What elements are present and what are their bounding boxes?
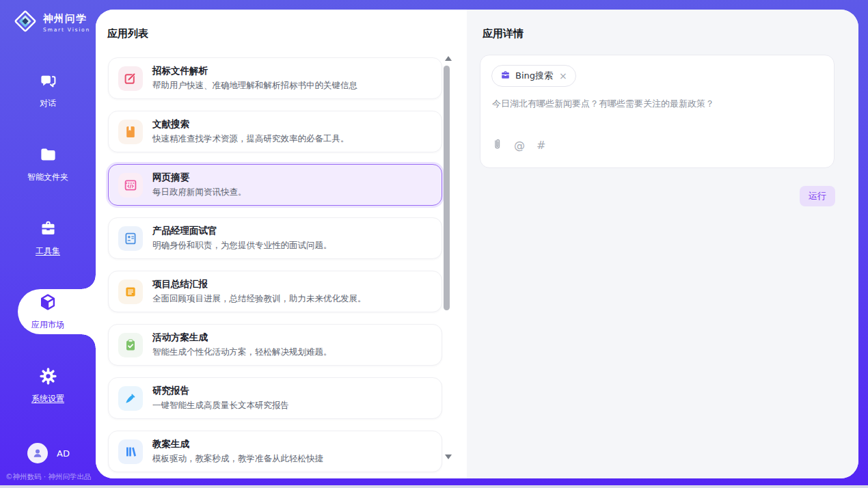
app-card-description: 快速精准查找学术资源，提高研究效率的必备工具。 (152, 133, 349, 145)
book-icon (118, 120, 143, 144)
app-card-title: 招标文件解析 (152, 65, 357, 77)
query-text-input[interactable]: 今日湖北有哪些新闻要点？有哪些需要关注的最新政策？ (492, 98, 820, 110)
diamond-logo-icon (12, 8, 38, 37)
toolbox-icon (39, 219, 57, 241)
sidebar-item-toolset[interactable]: 工具集 (0, 215, 96, 260)
sidebar-item-label: 系统设置 (31, 393, 64, 405)
app-card-pm-interviewer[interactable]: 产品经理面试官 明确身份和职责，为您提供专业性的面试问题。 (108, 217, 442, 259)
copyright-text: ©神州数码 · 神州问学出品 (5, 472, 92, 482)
app-card-description: 每日政府新闻资讯快查。 (152, 187, 247, 198)
folder-icon (39, 146, 57, 167)
app-window: 神州问学 Smart Vision 对话 (0, 0, 868, 488)
app-card-description: 全面回顾项目进展，总结经验教训，助力未来优化发展。 (152, 293, 366, 305)
brand-logo: 神州问学 Smart Vision (12, 8, 90, 37)
app-card-title: 教案生成 (152, 438, 323, 450)
app-card-description: 一键智能生成高质量长文本研究报告 (152, 400, 289, 411)
app-card-web-summary[interactable]: 网页摘要 每日政府新闻资讯快查。 (108, 164, 442, 206)
sidebar-item-chat[interactable]: 对话 (0, 68, 96, 113)
attachment-icon[interactable] (492, 138, 502, 152)
mention-icon[interactable]: @ (514, 140, 525, 151)
sidebar-nav: 对话 智能文件夹 工具集 (0, 68, 96, 437)
sidebar-item-app-market[interactable]: 应用市场 (18, 289, 96, 334)
cube-icon (38, 293, 57, 314)
prompt-card: Bing搜索 × 今日湖北有哪些新闻要点？有哪些需要关注的最新政策？ @ # (480, 55, 835, 168)
app-card-project-summary[interactable]: 项目总结汇报 全面回顾项目进展，总结经验教训，助力未来优化发展。 (108, 271, 442, 312)
briefcase-icon (500, 70, 511, 83)
brand-subtitle: Smart Vision (43, 27, 90, 33)
app-list: 招标文件解析 帮助用户快速、准确地理解和解析招标书中的关键信息 文献搜索 快速精… (108, 57, 442, 478)
tool-chip-label: Bing搜索 (515, 70, 553, 82)
app-card-description: 模板驱动，教案秒成，教学准备从此轻松快捷 (152, 453, 323, 465)
sidebar-item-label: 智能文件夹 (27, 172, 68, 183)
content-card: 应用列表 招标文件解析 帮助用户快速、准确地理解和解析招标书中的关键信息 (96, 10, 858, 478)
window-bottom-edge (0, 485, 868, 488)
gear-icon (39, 367, 57, 388)
chat-icon (39, 72, 57, 93)
avatar-person-icon (31, 447, 44, 459)
sidebar-item-smart-folder[interactable]: 智能文件夹 (0, 141, 96, 187)
app-card-lesson-plan[interactable]: 教案生成 模板驱动，教案秒成，教学准备从此轻松快捷 (108, 431, 442, 472)
app-card-description: 帮助用户快速、准确地理解和解析招标书中的关键信息 (152, 80, 357, 92)
sidebar-item-label: 工具集 (36, 245, 60, 257)
scrollbar-up-arrow[interactable] (445, 56, 452, 61)
sidebar: 神州问学 Smart Vision 对话 (0, 0, 96, 488)
tool-chip-bing-search[interactable]: Bing搜索 × (491, 65, 576, 87)
app-card-title: 网页摘要 (152, 172, 247, 184)
resume-icon (118, 226, 143, 251)
browser-code-icon (118, 173, 143, 198)
app-card-description: 明确身份和职责，为您提供专业性的面试问题。 (152, 240, 332, 252)
app-detail-title: 应用详情 (483, 27, 524, 40)
sidebar-item-label: 应用市场 (31, 319, 64, 331)
app-list-panel: 应用列表 招标文件解析 帮助用户快速、准确地理解和解析招标书中的关键信息 (96, 10, 467, 478)
avatar (27, 443, 48, 463)
topic-icon[interactable]: # (537, 140, 545, 151)
app-card-literature-search[interactable]: 文献搜索 快速精准查找学术资源，提高研究效率的必备工具。 (108, 111, 442, 152)
app-card-event-plan[interactable]: 活动方案生成 智能生成个性化活动方案，轻松解决规划难题。 (108, 324, 442, 366)
report-icon (118, 280, 143, 304)
app-card-title: 项目总结汇报 (152, 278, 366, 290)
sidebar-item-label: 对话 (40, 98, 56, 109)
app-card-title: 产品经理面试官 (152, 225, 332, 237)
app-card-bid-document-analysis[interactable]: 招标文件解析 帮助用户快速、准确地理解和解析招标书中的关键信息 (108, 57, 442, 99)
scrollbar-down-arrow[interactable] (445, 455, 452, 459)
user-profile[interactable]: AD (27, 443, 70, 463)
composer-toolbar: @ # (492, 138, 545, 152)
app-card-title: 活动方案生成 (152, 331, 332, 344)
app-card-description: 智能生成个性化活动方案，轻松解决规划难题。 (152, 347, 332, 358)
edit-icon (118, 66, 143, 91)
books-icon (118, 439, 143, 464)
run-button[interactable]: 运行 (800, 186, 835, 206)
pen-icon (118, 386, 143, 411)
close-icon[interactable]: × (559, 71, 567, 81)
sidebar-item-settings[interactable]: 系统设置 (0, 363, 96, 408)
scrollbar-thumb[interactable] (444, 66, 450, 310)
app-card-title: 研究报告 (152, 385, 289, 397)
app-detail-panel: 应用详情 Bing搜索 × 今日湖北有哪些新闻要点？有哪些需要关注的最新政策？ (467, 10, 858, 478)
app-card-research-report[interactable]: 研究报告 一键智能生成高质量长文本研究报告 (108, 377, 442, 419)
app-card-title: 文献搜索 (152, 118, 349, 131)
brand-name: 神州问学 (43, 12, 90, 25)
clipboard-check-icon (118, 333, 143, 357)
user-initials: AD (57, 448, 70, 459)
app-list-title: 应用列表 (107, 27, 148, 40)
